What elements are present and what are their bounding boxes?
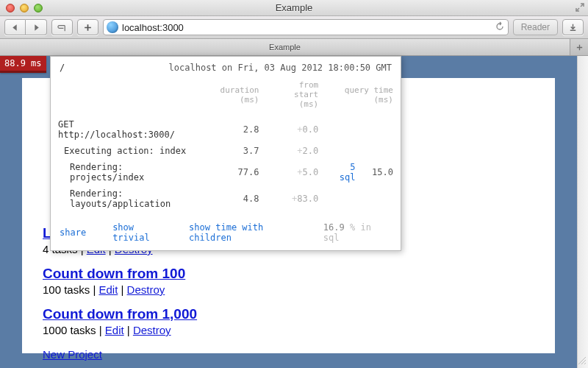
col-query-time: query time (ms) bbox=[326, 77, 401, 116]
nav-buttons bbox=[4, 19, 47, 35]
table-row: Rendering: layouts/application 4.8 +83.0 bbox=[51, 185, 401, 212]
task-count: 100 tasks bbox=[43, 283, 90, 296]
browser-toolbar: Reader bbox=[0, 16, 588, 39]
tab-example[interactable]: Example bbox=[0, 39, 570, 55]
edit-link[interactable]: Edit bbox=[98, 283, 118, 296]
show-children-link[interactable]: show time with children bbox=[189, 222, 310, 243]
back-button[interactable] bbox=[4, 19, 26, 35]
reader-button[interactable]: Reader bbox=[513, 19, 558, 35]
share-link[interactable]: share bbox=[60, 227, 86, 238]
task-count: 1000 tasks bbox=[43, 324, 96, 336]
new-project-link[interactable]: New Project bbox=[43, 348, 102, 361]
profiler-path: / bbox=[60, 63, 65, 73]
col-from-start: from start (ms) bbox=[267, 77, 326, 116]
col-duration: duration (ms) bbox=[204, 77, 267, 116]
tab-strip: Example bbox=[0, 39, 588, 56]
project-item: Count down from 100 100 tasks | Edit | D… bbox=[43, 266, 534, 296]
resize-handle-icon[interactable] bbox=[576, 355, 587, 367]
window-title: Example bbox=[0, 2, 588, 13]
show-trivial-link[interactable]: show trivial bbox=[112, 222, 176, 243]
profiler-timestamp: localhost on Fri, 03 Aug 2012 18:00:50 G… bbox=[169, 63, 392, 73]
project-item: Count down from 1,000 1000 tasks | Edit … bbox=[43, 306, 534, 336]
project-meta: 1000 tasks | Edit | Destroy bbox=[43, 324, 534, 336]
sql-percent: 16.9 % in sql bbox=[323, 222, 392, 243]
forward-button[interactable] bbox=[26, 19, 47, 35]
url-input[interactable] bbox=[122, 22, 491, 33]
address-bar[interactable] bbox=[103, 19, 509, 35]
destroy-link[interactable]: Destroy bbox=[127, 283, 165, 296]
table-row: Rendering: projects/index 77.6 +5.0 5 sq… bbox=[51, 159, 401, 185]
reload-icon[interactable] bbox=[495, 21, 505, 34]
profiler-table: duration (ms) from start (ms) query time… bbox=[51, 77, 401, 212]
project-title-link[interactable]: Count down from 100 bbox=[43, 266, 185, 281]
new-tab-button[interactable] bbox=[570, 39, 588, 55]
edit-link[interactable]: Edit bbox=[105, 324, 124, 336]
table-row: Executing action: index 3.7 +2.0 bbox=[51, 143, 401, 159]
fullscreen-icon[interactable] bbox=[575, 2, 585, 15]
project-title-link[interactable]: Count down from 1,000 bbox=[43, 306, 197, 322]
profiler-badge[interactable]: 88.9 ms bbox=[0, 56, 46, 73]
window-titlebar: Example bbox=[0, 0, 588, 16]
destroy-link[interactable]: Destroy bbox=[133, 324, 171, 336]
new-project: New Project bbox=[43, 348, 534, 361]
project-meta: 100 tasks | Edit | Destroy bbox=[43, 283, 534, 296]
sql-link[interactable]: 5 sql bbox=[340, 162, 356, 183]
site-icon bbox=[107, 21, 118, 33]
bookmarks-button[interactable] bbox=[51, 19, 73, 35]
vertical-scrollbar[interactable] bbox=[577, 56, 588, 368]
table-row: GET http://localhost:3000/ 2.8 +0.0 bbox=[51, 116, 401, 143]
profiler-footer: share show trivial show time with childr… bbox=[51, 212, 401, 250]
add-button[interactable] bbox=[77, 19, 98, 35]
profiler-popup: / localhost on Fri, 03 Aug 2012 18:00:50… bbox=[50, 56, 401, 251]
downloads-button[interactable] bbox=[562, 19, 584, 35]
